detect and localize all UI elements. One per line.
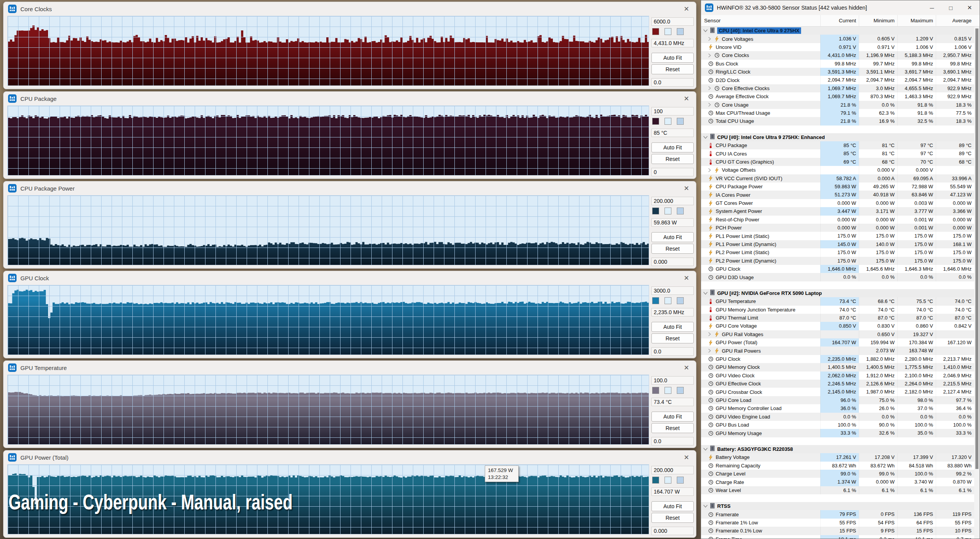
chevron-down-icon[interactable] — [703, 290, 708, 296]
sensor-row[interactable]: Core Voltages 1.036 V 0.605 V 1.209 V 0.… — [701, 35, 974, 43]
chevron-down-icon[interactable] — [703, 134, 708, 140]
scale-min-field[interactable]: 0.000 — [651, 258, 694, 266]
sensor-row[interactable]: GPU Memory Controller Load 36.0 % 26.0 %… — [701, 404, 974, 412]
close-icon[interactable]: ✕ — [681, 184, 691, 192]
sensor-group-header[interactable]: RTSS — [701, 502, 974, 510]
sensor-group-header[interactable]: GPU [#2]: NVIDIA GeForce RTX 5090 Laptop — [701, 289, 974, 297]
sensor-row[interactable]: Rest-of-Chip Power 0.000 W 0.000 W 0.001… — [701, 216, 974, 224]
scale-min-field[interactable]: 0.0 — [651, 78, 694, 87]
graph-plot-area[interactable] — [7, 285, 649, 355]
sensor-row[interactable]: GPU Memory Clock 1,400.5 MHz 1,400.5 MHz… — [701, 363, 974, 371]
close-icon[interactable]: ✕ — [681, 454, 691, 462]
sensor-row[interactable]: GT Cores Power 0.000 W 0.000 W 0.003 W 0… — [701, 199, 974, 207]
background-color-swatch[interactable] — [664, 208, 671, 214]
graph-window-titlebar[interactable]: CPU Package ✕ — [3, 92, 696, 105]
graph-window-titlebar[interactable]: GPU Temperature ✕ — [3, 361, 696, 375]
sensor-row[interactable]: CPU IA Cores 85 °C 81 °C 97 °C 89 °C — [701, 149, 974, 157]
expand-chevron-icon[interactable] — [708, 86, 712, 90]
graph-plot-area[interactable] — [7, 16, 649, 86]
series-color-swatch[interactable] — [652, 28, 659, 35]
sensor-group-header[interactable]: CPU [#0]: Intel Core Ultra 9 275HX: Enha… — [701, 133, 974, 141]
expand-chevron-icon[interactable] — [708, 37, 712, 41]
vertical-scrollbar[interactable] — [974, 27, 980, 539]
sensor-row[interactable]: Voltage Offsets 0.000 V 0.000 V — [701, 166, 974, 174]
current-value-field[interactable]: 4,431.0 MHz — [651, 39, 694, 47]
sensor-row[interactable]: CPU Package Power 59.863 W 49.265 W 72.9… — [701, 182, 974, 191]
hwinfo-titlebar[interactable]: HWiNFO® 32 v8.30-5800 Sensor Status [442… — [701, 0, 980, 15]
column-header-maximum[interactable]: Maximum — [897, 15, 936, 26]
sensor-group-header[interactable]: CPU [#0]: Intel Core Ultra 9 275HX — [701, 27, 974, 35]
sensor-row[interactable]: Uncore VID 0.971 V 0.971 V 1.006 V 1.006… — [701, 43, 974, 51]
auto-fit-button[interactable]: Auto Fit — [651, 232, 694, 242]
sensor-row[interactable]: Core Effective Clocks 1,069.7 MHz 3.0 MH… — [701, 84, 974, 92]
scale-max-field[interactable]: 100 — [651, 107, 694, 116]
sensor-row[interactable]: GPU Power (Total) 164.707 W 159.994 W 17… — [701, 338, 974, 346]
graph-window-titlebar[interactable]: GPU Power (Total) ✕ — [3, 450, 696, 464]
grid-color-swatch[interactable] — [677, 387, 684, 394]
sensor-row[interactable]: System Agent Power 3.447 W 3.171 W 3.777… — [701, 207, 974, 215]
sensor-row[interactable]: GPU D3D Usage 0.0 % 0.0 % 0.0 % 0.0 % — [701, 273, 974, 281]
reset-button[interactable]: Reset — [651, 513, 694, 523]
scale-min-field[interactable]: 0.0 — [651, 347, 694, 356]
graph-plot-area[interactable] — [7, 195, 649, 265]
sensor-row[interactable]: Average Effective Clock 1,069.7 MHz 870.… — [701, 92, 974, 100]
current-value-field[interactable]: 164.707 W — [651, 487, 694, 496]
scrollbar-thumb[interactable] — [975, 28, 978, 469]
sensor-row[interactable]: Framerate 0.1% Low 15 FPS 9 FPS 15 FPS 1… — [701, 527, 974, 535]
series-color-swatch[interactable] — [652, 387, 659, 394]
sensor-row[interactable]: Frame Time 18.1 ms 0.2 ms 18.1 ms 0.7 ms — [701, 535, 974, 539]
column-header-sensor[interactable]: Sensor — [701, 18, 820, 23]
expand-chevron-icon[interactable] — [708, 349, 712, 353]
series-color-swatch[interactable] — [652, 118, 659, 125]
sensor-row[interactable]: Core Clocks 4,431.0 MHz 1,196.9 MHz 5,18… — [701, 51, 974, 59]
sensor-row[interactable]: Battery Voltage 17.261 V 17.208 V 17.399… — [701, 453, 974, 461]
sensor-row[interactable]: Total CPU Usage 21.8 % 16.9 % 32.5 % 18.… — [701, 117, 974, 125]
reset-button[interactable]: Reset — [651, 333, 694, 343]
chevron-down-icon[interactable] — [703, 446, 708, 452]
expand-chevron-icon[interactable] — [708, 168, 712, 172]
current-value-field[interactable]: 73.4 °C — [651, 398, 694, 406]
sensor-row[interactable]: Ring/LLC Clock 3,591.3 MHz 3,591.1 MHz 3… — [701, 68, 974, 76]
close-button[interactable]: ✕ — [962, 4, 977, 11]
sensor-row[interactable]: Framerate 1% Low 55 FPS 54 FPS 64 FPS 55… — [701, 519, 974, 527]
maximize-button[interactable]: □ — [943, 5, 958, 11]
sensor-row[interactable]: GPU Memory Junction Temperature 74.0 °C … — [701, 306, 974, 314]
grid-color-swatch[interactable] — [677, 477, 684, 484]
current-value-field[interactable]: 2,235.0 MHz — [651, 308, 694, 316]
sensor-row[interactable]: Remaining Capacity 83.672 Wh 83.672 Wh 8… — [701, 462, 974, 470]
close-icon[interactable]: ✕ — [681, 5, 691, 13]
graph-plot-area[interactable] — [7, 105, 649, 176]
scale-max-field[interactable]: 100.0 — [651, 376, 694, 385]
scale-max-field[interactable]: 6000.0 — [651, 17, 694, 26]
scale-max-field[interactable]: 200.000 — [651, 466, 694, 474]
sensor-group-header[interactable]: Battery: AS3GYFG3KC R220358 — [701, 445, 974, 453]
sensor-row[interactable]: GPU Crossbar Clock 2,145.0 MHz 1,987.0 M… — [701, 388, 974, 396]
sensor-row[interactable]: PL1 Power Limit (Dynamic) 145.0 W 140.0 … — [701, 240, 974, 248]
column-header-current[interactable]: Current — [820, 15, 859, 26]
sensor-row[interactable]: Charge Level 99.0 % 99.0 % 100.0 % 99.2 … — [701, 470, 974, 478]
grid-color-swatch[interactable] — [677, 208, 684, 214]
close-icon[interactable]: ✕ — [681, 274, 691, 282]
expand-chevron-icon[interactable] — [708, 54, 712, 57]
sensor-row[interactable]: PL1 Power Limit (Static) 175.0 W 175.0 W… — [701, 232, 974, 240]
auto-fit-button[interactable]: Auto Fit — [651, 501, 694, 511]
sensor-row[interactable]: Core Usage 21.8 % 0.0 % 91.8 % 18.3 % — [701, 101, 974, 109]
scale-max-field[interactable]: 3000.0 — [651, 286, 694, 295]
chevron-down-icon[interactable] — [703, 503, 708, 509]
minimize-button[interactable]: ─ — [924, 5, 940, 11]
sensor-row[interactable]: GPU Core Voltage 0.850 V 0.830 V 0.860 V… — [701, 322, 974, 330]
scale-max-field[interactable]: 200.000 — [651, 197, 694, 205]
reset-button[interactable]: Reset — [651, 64, 694, 74]
scale-min-field[interactable]: 0.000 — [651, 527, 694, 535]
graph-window-titlebar[interactable]: Core Clocks ✕ — [3, 2, 696, 16]
reset-button[interactable]: Reset — [651, 154, 694, 164]
column-header-minimum[interactable]: Minimum — [859, 15, 897, 26]
close-icon[interactable]: ✕ — [681, 95, 691, 103]
auto-fit-button[interactable]: Auto Fit — [651, 53, 694, 63]
series-color-swatch[interactable] — [652, 297, 659, 304]
sensor-row[interactable]: D2D Clock 2,094.7 MHz 2,094.7 MHz 2,094.… — [701, 76, 974, 84]
sensor-row[interactable]: GPU Thermal Limit 87.0 °C 87.0 °C 87.0 °… — [701, 314, 974, 322]
background-color-swatch[interactable] — [664, 477, 671, 484]
reset-button[interactable]: Reset — [651, 244, 694, 254]
scale-min-field[interactable]: 0 — [651, 168, 694, 176]
